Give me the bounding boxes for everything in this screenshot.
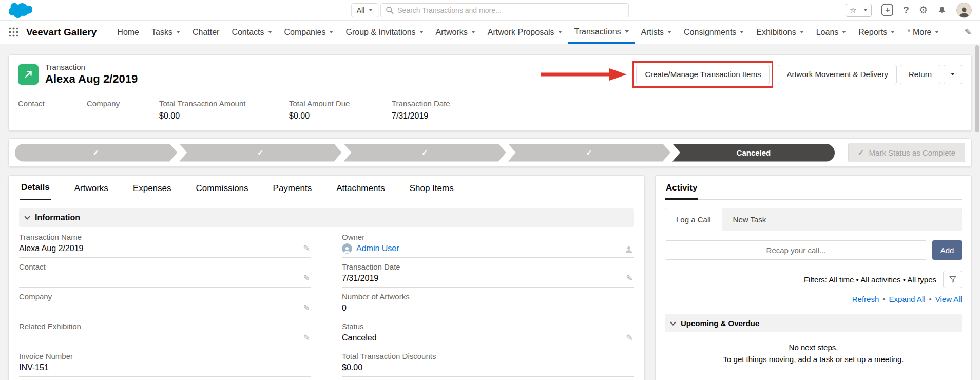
recap-call-input[interactable]	[665, 240, 927, 260]
mark-status-complete-button[interactable]: ✓ Mark Status as Complete	[848, 143, 965, 162]
information-section-header[interactable]: Information	[19, 208, 634, 227]
refresh-link[interactable]: Refresh	[852, 295, 879, 303]
field-transaction-name: Transaction Name Alexa Aug 2/2019 ✎	[19, 228, 311, 258]
check-icon: ✓	[93, 148, 100, 157]
search-scope-button[interactable]: All	[351, 3, 379, 17]
edit-pencil-icon[interactable]: ✎	[303, 333, 310, 343]
activity-title: Activity	[665, 183, 698, 200]
favorites-control: ☆	[846, 4, 872, 17]
tab-expenses[interactable]: Expenses	[132, 183, 172, 200]
owner-link[interactable]: Admin User	[356, 244, 399, 253]
nav-item-label: Transactions	[574, 27, 621, 36]
activity-composer-tabs: Log a Call New Task	[665, 208, 962, 231]
upcoming-overdue-section-header[interactable]: Upcoming & Overdue	[665, 314, 962, 332]
favorites-menu-button[interactable]	[860, 4, 871, 16]
edit-pencil-icon[interactable]: ✎	[303, 273, 310, 283]
field-value: Canceled	[342, 332, 620, 343]
nav-item-artists[interactable]: Artists	[635, 21, 678, 44]
nav-item-home[interactable]: Home	[111, 21, 145, 44]
edit-pencil-icon[interactable]: ✎	[626, 273, 633, 283]
field-transaction-date: Transaction Date 7/31/2019 ✎	[342, 258, 634, 288]
field-total-transaction-discounts: Total Transaction Discounts $0.00	[342, 347, 634, 377]
highlight-label: Total Transaction Amount	[159, 99, 289, 108]
path-stage-2[interactable]: ✓	[179, 144, 341, 162]
tab-artworks[interactable]: Artworks	[73, 183, 109, 200]
field-value	[19, 302, 297, 313]
page-title: Alexa Aug 2/2019	[45, 72, 138, 86]
return-button[interactable]: Return	[900, 65, 940, 84]
nav-item-transactions[interactable]: Transactions	[568, 21, 635, 44]
highlight-label: Company	[87, 99, 159, 108]
chevron-down-icon	[740, 31, 744, 33]
expand-all-link[interactable]: Expand All	[889, 295, 926, 303]
path-stage-4[interactable]: ✓	[508, 144, 670, 162]
nav-item-label: Artworks	[436, 28, 468, 37]
nav-item-label: Exhibitions	[756, 28, 796, 37]
record-tabs: Details Artworks Expenses Commissions Pa…	[9, 176, 644, 200]
app-launcher-icon[interactable]	[8, 27, 19, 37]
nav-item-artworks[interactable]: Artworks	[430, 21, 482, 44]
field-value: $0.00	[342, 362, 620, 373]
nav-item-chatter[interactable]: Chatter	[186, 21, 225, 44]
separator-dot: •	[882, 295, 885, 303]
tab-log-a-call[interactable]: Log a Call	[665, 208, 722, 231]
artwork-movement-delivery-button[interactable]: Artwork Movement & Delivery	[778, 65, 897, 84]
global-actions-icon[interactable]: +	[881, 4, 893, 16]
field-value: 0	[342, 302, 620, 313]
record-header-row: Transaction Alexa Aug 2/2019 Create/Mana…	[18, 63, 962, 86]
nav-item-companies[interactable]: Companies	[278, 21, 340, 44]
nav-item-group-invitations[interactable]: Group & Invitations	[339, 21, 429, 44]
nav-item-loans[interactable]: Loans	[810, 21, 853, 44]
add-button[interactable]: Add	[932, 240, 962, 260]
app-name: Veevart Gallery	[26, 27, 97, 38]
path-card: ✓ ✓ ✓ ✓ Canceled ✓ Mark Status as Comple…	[8, 138, 972, 167]
favorite-star-icon[interactable]: ☆	[846, 4, 860, 16]
edit-nav-pencil-icon[interactable]: ✎	[965, 21, 972, 44]
path-stage-1[interactable]: ✓	[15, 144, 177, 162]
change-owner-icon[interactable]	[625, 245, 633, 253]
create-manage-transaction-items-button[interactable]: Create/Manage Transaction Items	[636, 65, 770, 84]
nav-item-reports[interactable]: Reports	[852, 21, 901, 44]
path-stage-3[interactable]: ✓	[343, 144, 506, 162]
more-record-actions-button[interactable]	[944, 65, 962, 84]
nav-item-label: Artists	[641, 28, 664, 37]
nav-items: Home Tasks Chatter Contacts Companies Gr…	[111, 21, 945, 44]
notifications-bell-icon[interactable]	[937, 6, 947, 15]
nav-item-tasks[interactable]: Tasks	[145, 21, 186, 44]
tab-new-task[interactable]: New Task	[722, 208, 777, 231]
edit-pencil-icon[interactable]: ✎	[303, 243, 310, 253]
nav-item-contacts[interactable]: Contacts	[225, 21, 278, 44]
chevron-down-icon	[558, 31, 562, 33]
field-last-activity-date: Last Activity Date	[19, 377, 311, 380]
tab-commissions[interactable]: Commissions	[195, 183, 249, 200]
annotation-arrow	[540, 67, 628, 82]
edit-pencil-icon[interactable]: ✎	[626, 333, 633, 343]
edit-pencil-icon[interactable]: ✎	[303, 303, 310, 313]
nav-item-artwork-proposals[interactable]: Artwork Proposals	[482, 21, 568, 44]
search-input[interactable]	[380, 3, 629, 17]
activity-filters-row: Filters: All time • All activities • All…	[665, 271, 962, 288]
path-stage-canceled[interactable]: Canceled	[672, 144, 835, 162]
help-icon[interactable]: ?	[903, 5, 909, 16]
setup-gear-icon[interactable]: ⚙	[919, 4, 928, 16]
field-label: Related Exhibition	[19, 322, 297, 331]
tab-payments[interactable]: Payments	[272, 183, 313, 200]
tab-attachments[interactable]: Attachments	[335, 183, 386, 200]
tab-shop-items[interactable]: Shop Items	[409, 183, 455, 200]
nav-item-more[interactable]: * More	[901, 21, 945, 44]
user-avatar[interactable]	[956, 3, 972, 18]
nav-item-label: Reports	[858, 28, 887, 37]
chevron-down-icon	[863, 9, 868, 11]
field-label: Status	[342, 322, 620, 331]
view-all-link[interactable]: View All	[935, 295, 962, 303]
header-actions: Create/Manage Transaction Items Artwork …	[636, 65, 962, 84]
nav-item-exhibitions[interactable]: Exhibitions	[750, 21, 810, 44]
scrollbar-thumb[interactable]	[975, 45, 979, 132]
chevron-down-icon	[951, 73, 955, 75]
tab-details[interactable]: Details	[20, 182, 51, 200]
section-title: Upcoming & Overdue	[681, 319, 759, 328]
entity-type-label: Transaction	[45, 63, 138, 71]
nav-item-consignments[interactable]: Consignments	[678, 21, 750, 44]
filter-funnel-icon[interactable]	[943, 271, 962, 288]
global-header: All ☆ + ? ⚙	[0, 0, 980, 21]
